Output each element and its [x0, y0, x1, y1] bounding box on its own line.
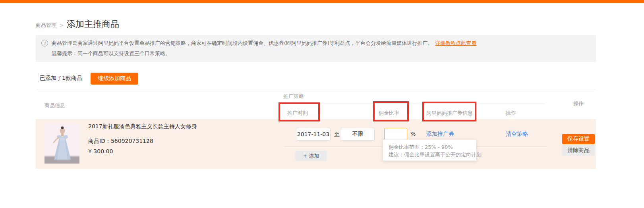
- top-accent-bar: [0, 0, 644, 3]
- tooltip-suggestion-text: 建议：佣金比率设置高于公开的定向计划: [389, 151, 470, 158]
- promo-start-date-input[interactable]: [296, 128, 331, 141]
- tooltip-range-text: 佣金比率范围：25% - 90%: [389, 143, 470, 151]
- added-count-text: 已添加了1款商品: [40, 75, 82, 82]
- column-header-promo-time: 推广时间: [287, 110, 308, 117]
- product-price: ¥ 300.00: [88, 148, 113, 154]
- product-image: [44, 124, 79, 164]
- add-strategy-button[interactable]: + 添加: [295, 151, 327, 161]
- tutorial-link[interactable]: 详细教程点此查看: [435, 40, 476, 46]
- add-coupon-link[interactable]: 添加推广券: [426, 131, 454, 138]
- column-header-coupon-info: 阿里妈妈推广券信息: [426, 110, 473, 117]
- continue-add-button[interactable]: 继续添加商品: [91, 73, 138, 85]
- column-header-inner-action: 操作: [506, 110, 516, 117]
- page-title: 添加主推商品: [67, 18, 119, 30]
- breadcrumb-separator: >: [60, 23, 64, 28]
- column-header-strategy-group: 推广策略: [283, 93, 304, 100]
- product-title: 2017新礼服淡色典雅主义长款主持人女修身: [88, 123, 197, 130]
- promo-end-date-input[interactable]: [341, 128, 375, 141]
- breadcrumb: 商品管理 > 添加主推商品: [36, 18, 119, 30]
- page: 商品管理 > 添加主推商品 i 商品管理是商家通过阿里妈妈平台设置单品推广的营销…: [0, 0, 644, 208]
- commission-rate-tooltip: 佣金比率范围：25% - 90% 建议：佣金比率设置高于公开的定向计划: [383, 139, 476, 161]
- notice-line: 商品管理是商家通过阿里妈妈平台设置单品推广的营销策略，商家可在确定时间段内设置佣…: [52, 39, 476, 47]
- remove-product-button[interactable]: 清除商品: [562, 145, 595, 156]
- notice-content: 商品管理是商家通过阿里妈妈平台设置单品推广的营销策略，商家可在确定时间段内设置佣…: [52, 39, 476, 58]
- commission-rate-input[interactable]: [384, 128, 407, 141]
- notice-text: 商品管理是商家通过阿里妈妈平台设置单品推广的营销策略，商家可在确定时间段内设置佣…: [52, 40, 433, 46]
- info-circle-icon: i: [41, 40, 48, 46]
- save-settings-button[interactable]: 保存设置: [562, 134, 595, 144]
- percent-sign: %: [410, 131, 416, 137]
- strategy-group-divider: [282, 104, 545, 104]
- column-header-outer-action: 操作: [573, 100, 584, 107]
- clear-strategy-link[interactable]: 清空策略: [506, 131, 528, 138]
- notice-box: i 商品管理是商家通过阿里妈妈平台设置单品推广的营销策略，商家可在确定时间段内设…: [36, 35, 596, 62]
- column-header-commission-rate: 佣金比率: [379, 110, 399, 117]
- column-header-product-info: 商品信息: [44, 102, 65, 109]
- notice-tip-text: 温馨提示：同一个商品可以支持设置三个日常策略。: [52, 50, 476, 58]
- breadcrumb-parent[interactable]: 商品管理: [36, 22, 56, 29]
- table-top-divider: [36, 89, 596, 89]
- date-range-separator: 至: [334, 131, 340, 138]
- product-id: 商品ID：560920731128: [88, 138, 153, 145]
